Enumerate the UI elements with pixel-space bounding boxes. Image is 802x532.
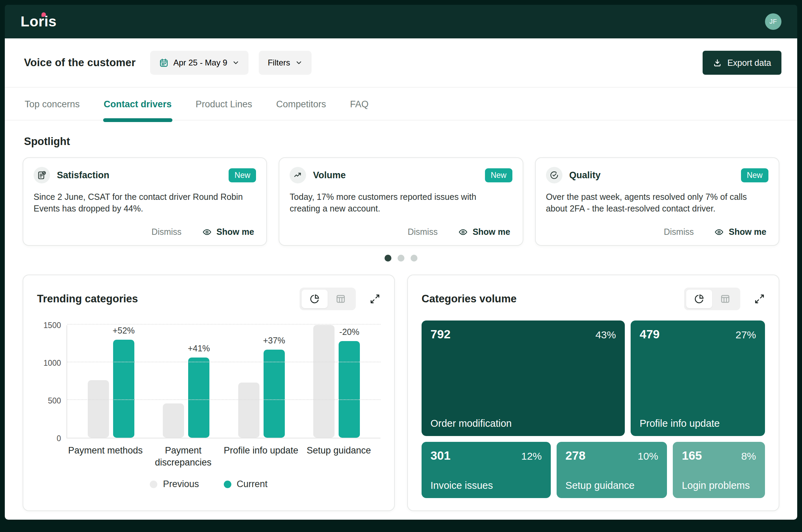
chart-view-toggle (300, 288, 356, 310)
treemap-tile[interactable]: 79243%Order modification (422, 321, 625, 436)
bar-previous[interactable] (313, 325, 335, 438)
panel-header: Categories volume (422, 288, 765, 310)
bar-group: -20% (313, 325, 360, 438)
tab-top-concerns[interactable]: Top concerns (24, 87, 81, 120)
gridline (67, 362, 380, 362)
treemap-chart: 79243%Order modification47927%Profile in… (422, 321, 765, 498)
bar-chart: 050010001500 +52%+41%+37%-20% (37, 325, 380, 438)
tab-product-lines[interactable]: Product Lines (195, 87, 253, 120)
expand-chart-button[interactable] (754, 293, 765, 304)
chart-view-toggle (684, 288, 740, 310)
expand-chart-button[interactable] (369, 293, 380, 304)
legend-swatch-current (224, 481, 231, 488)
pie-chart-view-button[interactable] (302, 290, 328, 308)
tab-contact-drivers[interactable]: Contact drivers (103, 87, 172, 120)
treemap-row-2: 30112%Invoice issues27810%Setup guidance… (422, 442, 765, 498)
trending-plot: +52%+41%+37%-20% (66, 325, 380, 438)
y-axis-tick: 0 (57, 434, 61, 443)
tile-percent: 27% (736, 329, 756, 341)
y-axis-tick: 1000 (44, 359, 61, 368)
dismiss-button[interactable]: Dismiss (151, 227, 182, 237)
treemap-tile[interactable]: 27810%Setup guidance (557, 442, 667, 498)
carousel-dot-1[interactable] (385, 255, 391, 262)
bar-group: +41% (163, 358, 209, 438)
trending-yaxis: 050010001500 (40, 325, 66, 438)
tile-label: Login problems (682, 480, 750, 491)
eye-icon (458, 227, 468, 237)
export-data-label: Export data (727, 58, 771, 68)
bar-previous[interactable] (88, 380, 109, 438)
card-actions: Dismiss Show me (290, 227, 512, 237)
spotlight-cards: Satisfaction New Since 2 June, CSAT for … (5, 157, 797, 246)
expand-icon (754, 293, 765, 304)
pie-chart-view-button[interactable] (686, 290, 712, 308)
show-me-button[interactable]: Show me (202, 227, 254, 237)
table-view-button[interactable] (712, 290, 738, 308)
bar-current[interactable] (264, 350, 285, 438)
show-me-label: Show me (217, 227, 254, 237)
panel-header: Trending categories (37, 288, 380, 310)
panel-title: Categories volume (422, 293, 517, 305)
table-icon (335, 293, 346, 304)
y-axis-tick: 1500 (44, 321, 61, 330)
bar-group: +37% (238, 350, 285, 438)
tab-faq[interactable]: FAQ (349, 87, 369, 120)
page-title: Voice of the customer (24, 57, 136, 69)
y-axis-tick: 500 (48, 396, 61, 406)
trending-xlabels: Payment methodsPayment discrepanciesProf… (37, 438, 380, 469)
gridline (67, 399, 380, 400)
card-header: Quality New (546, 167, 768, 183)
treemap-tile[interactable]: 1658%Login problems (673, 442, 765, 498)
bar-change-label: +41% (188, 343, 210, 353)
survey-check-icon (34, 167, 50, 183)
download-icon (713, 58, 722, 67)
calendar-icon (159, 58, 169, 68)
tile-percent: 12% (521, 450, 542, 462)
tab-competitors[interactable]: Competitors (276, 87, 327, 120)
expand-icon (369, 293, 380, 304)
bar-current[interactable] (188, 358, 209, 438)
trending-up-icon (290, 167, 306, 183)
show-me-button[interactable]: Show me (458, 227, 510, 237)
bar-current[interactable] (339, 341, 360, 438)
x-axis-label: Payment methods (68, 445, 143, 469)
new-badge: New (229, 168, 256, 182)
card-body-text: Over the past week, agents resolved only… (546, 191, 768, 214)
date-range-picker[interactable]: Apr 25 - May 9 (150, 51, 248, 75)
dismiss-button[interactable]: Dismiss (664, 227, 694, 237)
carousel-dots (5, 255, 797, 262)
bar-current[interactable] (113, 340, 134, 438)
user-avatar[interactable]: JF (765, 13, 781, 30)
logo-pink-dot-icon (41, 12, 46, 17)
bar-previous[interactable] (238, 383, 259, 438)
treemap-tile[interactable]: 30112%Invoice issues (422, 442, 551, 498)
treemap-tile[interactable]: 47927%Profile info update (631, 321, 765, 436)
pie-chart-icon (694, 293, 705, 304)
tile-value: 301 (430, 449, 450, 462)
treemap-row-1: 79243%Order modification47927%Profile in… (422, 321, 765, 436)
eye-icon (714, 227, 724, 237)
tile-value: 479 (640, 327, 659, 341)
page-header: Voice of the customer Apr 25 - May 9 Fil… (5, 38, 797, 87)
table-view-button[interactable] (328, 290, 354, 308)
new-badge: New (485, 168, 512, 182)
new-badge: New (741, 168, 768, 182)
show-me-label: Show me (729, 227, 766, 237)
show-me-button[interactable]: Show me (714, 227, 766, 237)
tab-bar: Top concerns Contact drivers Product Lin… (5, 87, 797, 120)
loris-logo: Loris (21, 14, 57, 29)
carousel-dot-3[interactable] (411, 255, 417, 262)
card-header: Volume New (290, 167, 512, 183)
categories-volume-panel: Categories volume (407, 275, 779, 511)
card-actions: Dismiss Show me (34, 227, 256, 237)
export-data-button[interactable]: Export data (703, 51, 781, 75)
legend-previous: Previous (150, 479, 199, 489)
carousel-dot-2[interactable] (398, 255, 404, 262)
avatar-initials: JF (769, 18, 777, 25)
bar-change-label: -20% (339, 327, 359, 337)
bar-previous[interactable] (163, 403, 184, 438)
filters-button[interactable]: Filters (259, 51, 311, 75)
x-axis-label: Setup guidance (301, 445, 377, 469)
table-icon (720, 293, 731, 304)
dismiss-button[interactable]: Dismiss (408, 227, 438, 237)
